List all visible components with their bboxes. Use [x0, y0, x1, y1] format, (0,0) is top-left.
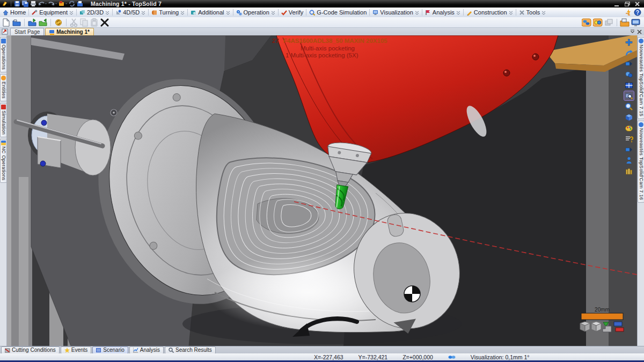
entities-icon: [1, 76, 6, 80]
zoom-window-icon[interactable]: [624, 91, 634, 100]
tab-simulation[interactable]: Simulation: [0, 103, 7, 137]
bom-icon[interactable]: [620, 18, 630, 27]
undo-icon[interactable]: [38, 1, 47, 7]
tab-cutting-conditions[interactable]: Cutting Conditions: [1, 346, 60, 354]
camera-view-icon[interactable]: [624, 145, 634, 154]
close-button[interactable]: [633, 1, 642, 7]
pin-panel-icon[interactable]: [2, 28, 8, 35]
analysis-chart-icon: [133, 348, 138, 353]
scale-label: 20mm: [595, 307, 610, 313]
copy-icon[interactable]: [80, 18, 88, 27]
operation-name: Multi-axis pocketing: [301, 45, 355, 51]
documents-icon[interactable]: [77, 1, 83, 7]
whats-new-icon: [639, 122, 643, 127]
topsolid-logo-icon[interactable]: [2, 1, 8, 7]
tab-search-results[interactable]: Search Results: [165, 346, 216, 354]
menu-visualization[interactable]: Visualization: [370, 8, 422, 17]
additional-icon: [191, 10, 196, 16]
chevron-down-icon[interactable]: [456, 10, 460, 15]
window-controls: [612, 1, 644, 7]
menu-operation[interactable]: Operation: [233, 8, 278, 17]
shaded-view-icon[interactable]: [624, 113, 634, 122]
zoom-icon[interactable]: [624, 102, 634, 111]
tab-events[interactable]: Events: [61, 346, 92, 354]
new-document-icon[interactable]: [2, 18, 10, 27]
cam-options-icon[interactable]: [582, 18, 591, 27]
materials-icon[interactable]: [624, 166, 634, 175]
chevron-down-icon[interactable]: [271, 10, 275, 15]
tab-analysis[interactable]: Analysis: [129, 346, 164, 354]
cut-icon[interactable]: [70, 18, 78, 27]
open-document-icon[interactable]: [12, 18, 21, 27]
chevron-down-icon[interactable]: [105, 10, 109, 15]
machining-setup-icon[interactable]: [593, 18, 603, 27]
ribbon-right-icons: [625, 9, 644, 16]
support-icon[interactable]: [625, 9, 632, 16]
menu-equipment[interactable]: Equipment: [29, 8, 76, 17]
bottom-panel-tabs: Cutting Conditions Events Scenario Analy…: [0, 346, 644, 353]
delete-icon[interactable]: [100, 18, 109, 27]
tab-operations[interactable]: Operations: [0, 37, 7, 72]
menu-gcode-simulation[interactable]: G-Code Simulation: [306, 8, 369, 17]
tab-entities[interactable]: Entities: [0, 74, 7, 101]
orbit-icon[interactable]: [624, 70, 634, 79]
chevron-down-icon[interactable]: [509, 10, 513, 15]
restore-button[interactable]: [623, 1, 632, 7]
cube-stack-icon[interactable]: [604, 18, 614, 27]
menu-construction[interactable]: Construction: [464, 8, 516, 17]
help-icon[interactable]: [634, 9, 641, 16]
tab-list-icon[interactable]: [630, 29, 635, 34]
minimize-button[interactable]: [612, 1, 621, 7]
stock-shaded-icon[interactable]: [591, 322, 601, 331]
left-panel-tabs: Operations Entities Simulation NC Operat…: [0, 35, 7, 346]
view-direction-icon[interactable]: [624, 59, 634, 68]
x-coordinate: X=-227,463: [314, 354, 343, 360]
print-icon[interactable]: [30, 1, 36, 7]
quick-tool-icon[interactable]: [58, 1, 67, 7]
refresh-icon[interactable]: [69, 1, 75, 7]
render-style-icon[interactable]: [624, 123, 634, 132]
multi-viewport-icon[interactable]: [624, 80, 634, 90]
tab-start-page[interactable]: Start Page: [10, 28, 44, 35]
menu-additional[interactable]: Additional: [188, 8, 232, 17]
redo-icon[interactable]: [48, 1, 57, 7]
chevron-down-icon[interactable]: [180, 10, 185, 15]
standard-toolbar: [0, 17, 644, 28]
menu-2d3d[interactable]: 2D/3D: [77, 8, 112, 17]
rotate-view-icon[interactable]: [624, 48, 634, 57]
chevron-down-icon[interactable]: [226, 10, 230, 15]
paste-icon[interactable]: [90, 18, 98, 27]
observer-icon[interactable]: [624, 156, 634, 165]
chevron-down-icon[interactable]: [415, 10, 419, 15]
menu-turning[interactable]: Turning: [149, 8, 187, 17]
save-icon[interactable]: [14, 1, 20, 7]
visualization-tolerance: Visualization: 0,1mm 1°: [471, 354, 530, 360]
chevron-down-icon[interactable]: [541, 10, 546, 15]
sync-icon[interactable]: [54, 18, 63, 27]
viewer-icon[interactable]: [631, 18, 641, 27]
chevron-down-icon[interactable]: [69, 10, 74, 15]
save-all-icon[interactable]: [22, 1, 28, 7]
tab-whats-new-716[interactable]: Nouveautés TopSolid'Cam 7.16: [638, 121, 644, 203]
menu-verify[interactable]: Verify: [279, 8, 306, 17]
menu-analysis[interactable]: Analysis: [422, 8, 463, 17]
menu-home[interactable]: Home: [0, 8, 28, 17]
menu-4d5d[interactable]: 4D/5D: [113, 8, 148, 17]
check-out-icon[interactable]: [39, 18, 47, 27]
menu-tools[interactable]: Tools: [516, 8, 549, 17]
viewport-3d[interactable]: 27 F4AS1600ADL38_50 MAXIN 20X105 Multi-a…: [7, 35, 637, 346]
visualization-mode-icon[interactable]: [448, 355, 456, 359]
home-icon: [3, 10, 9, 16]
tab-whats-new-715[interactable]: Nouveautés TopSolid'Cam 7.15: [638, 37, 644, 119]
flag-icon: [425, 10, 431, 16]
stock-wireframe-icon[interactable]: [580, 322, 590, 331]
close-tab-icon[interactable]: [637, 29, 642, 34]
chevron-down-icon[interactable]: [141, 10, 145, 15]
info-icon[interactable]: [624, 134, 634, 143]
tab-machining[interactable]: Machining 1*: [45, 28, 94, 35]
divider: [66, 19, 67, 26]
tab-scenario[interactable]: Scenario: [92, 346, 128, 354]
pan-icon[interactable]: [624, 38, 634, 47]
check-in-icon[interactable]: [28, 18, 36, 27]
tab-nc-operations[interactable]: NC Operations: [0, 139, 7, 183]
